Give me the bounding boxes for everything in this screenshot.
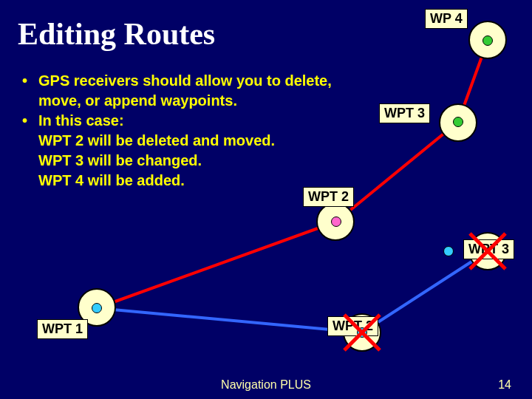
svg-line-1 [362,251,488,332]
page-number: 14 [498,378,511,392]
svg-line-0 [97,308,362,332]
bullet-text: WPT 2 will be deleted and moved. [38,131,362,151]
waypoint-dot-wpt3-new [453,117,463,127]
svg-line-2 [97,222,336,308]
waypoint-label-wpt2-new: WPT 2 [303,187,354,207]
route-lines [0,0,532,399]
bullet-item: WPT 2 will be deleted and moved. [22,131,362,151]
waypoint-label-wpt3-old: WPT 3 [463,239,514,259]
bullet-text: GPS receivers should allow you to delete… [38,71,362,111]
waypoint-dot-wpt1 [92,303,102,313]
bullet-item: • In this case: [22,111,362,131]
footer-title: Navigation PLUS [0,378,532,392]
waypoint-dot-wp4 [482,35,493,46]
waypoint-dot-wpt2-old [357,327,367,338]
waypoint-dot-wpt2-new [331,216,341,227]
waypoint-label-wpt3-new: WPT 3 [379,103,430,123]
bullet-dot-icon: • [22,111,38,131]
waypoint-label-wpt2-old: WPT 2 [327,316,378,336]
bullet-item: WPT 3 will be changed. [22,151,362,171]
bullet-text: In this case: [38,111,362,131]
bullet-list: • GPS receivers should allow you to dele… [22,71,362,191]
bullet-item: • GPS receivers should allow you to dele… [22,71,362,111]
waypoint-dot-wpt3-old [443,246,454,256]
bullet-text: WPT 3 will be changed. [38,151,362,171]
bullet-dot-icon: • [22,71,38,111]
slide-title: Editing Routes [18,16,215,52]
waypoint-label-wpt1: WPT 1 [37,319,88,339]
waypoint-label-wp4: WP 4 [425,9,468,29]
